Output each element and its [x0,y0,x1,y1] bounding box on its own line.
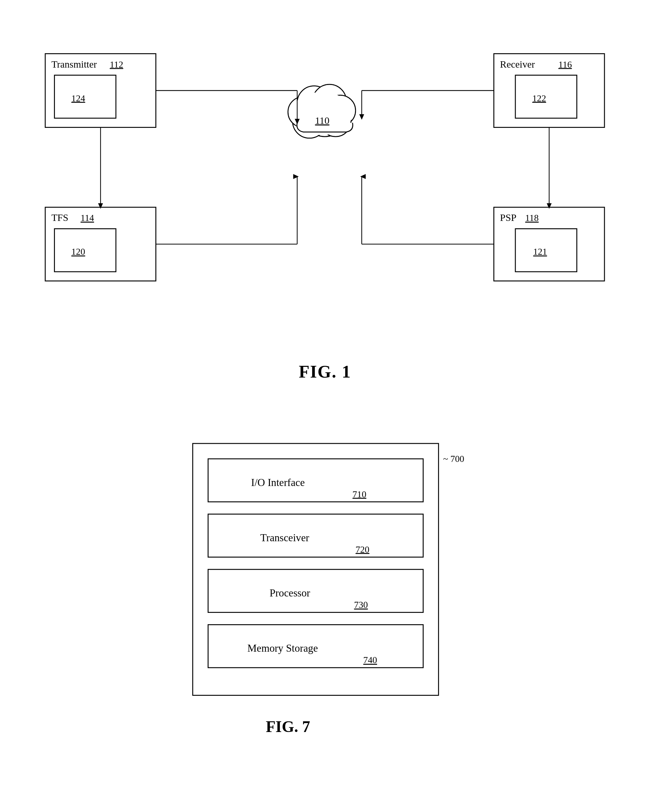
svg-point-24 [312,84,346,118]
svg-point-26 [320,106,351,137]
svg-marker-34 [359,114,364,120]
svg-rect-45 [193,444,438,695]
svg-rect-10 [45,207,156,281]
svg-text:740: 740 [363,655,377,665]
fig1-title: FIG. 1 [299,362,351,382]
svg-rect-53 [208,569,423,612]
svg-text:114: 114 [81,212,94,223]
svg-point-22 [288,97,319,128]
svg-text:Transmitter: Transmitter [51,59,97,70]
svg-text:122: 122 [532,93,546,104]
svg-marker-40 [360,174,366,179]
svg-text:Receiver: Receiver [500,59,535,70]
svg-marker-31 [295,119,300,125]
page: Transmitter 112 124 Receiver 116 122 TFS… [0,0,650,812]
svg-point-23 [297,86,331,120]
svg-text:110: 110 [315,115,329,126]
svg-text:112: 112 [110,59,123,70]
svg-rect-8 [515,75,577,118]
svg-text:730: 730 [354,600,368,610]
svg-marker-37 [294,174,299,179]
svg-text:FIG. 7: FIG. 7 [266,717,310,735]
svg-text:Memory Storage: Memory Storage [248,642,318,654]
svg-text:~ 700: ~ 700 [443,453,464,464]
svg-rect-47 [208,459,423,502]
svg-point-27 [291,92,353,135]
svg-rect-18 [515,229,577,272]
svg-text:Processor: Processor [269,587,310,599]
svg-text:124: 124 [71,93,86,104]
svg-rect-56 [208,624,423,667]
svg-rect-50 [208,514,423,557]
svg-text:720: 720 [356,544,369,555]
svg-rect-13 [55,229,116,272]
svg-rect-0 [45,53,156,127]
svg-text:116: 116 [558,59,572,70]
svg-text:120: 120 [71,246,85,257]
svg-marker-42 [98,203,103,209]
svg-rect-5 [494,53,604,127]
fig1-diagram: Transmitter 112 124 Receiver 116 122 TFS… [27,20,623,388]
svg-marker-44 [547,203,552,209]
svg-rect-15 [494,207,604,281]
svg-text:710: 710 [353,489,366,499]
svg-text:Transceiver: Transceiver [260,532,309,543]
svg-text:I/O Interface: I/O Interface [251,477,305,488]
svg-text:PSP: PSP [500,212,516,223]
svg-rect-3 [55,75,116,118]
svg-text:121: 121 [533,246,547,257]
fig7-diagram: ~ 700 I/O Interface 710 Transceiver 720 … [27,408,623,777]
svg-point-20 [303,94,346,137]
svg-point-25 [325,95,356,126]
svg-text:TFS: TFS [51,212,68,223]
svg-text:118: 118 [525,212,538,223]
svg-point-21 [293,104,326,138]
